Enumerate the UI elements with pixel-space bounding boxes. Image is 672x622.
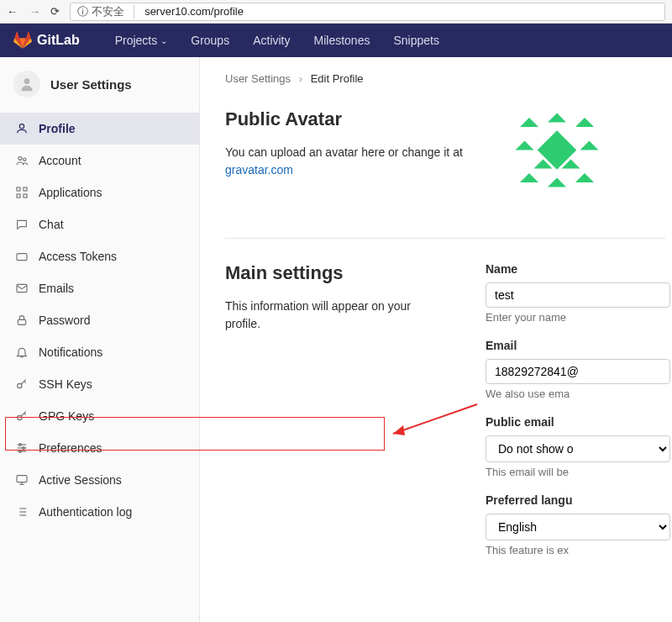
svg-point-1 — [19, 124, 24, 129]
nav-snippets[interactable]: Snippets — [381, 25, 450, 55]
sidebar-item-label: Password — [39, 314, 90, 327]
svg-point-14 — [18, 383, 22, 387]
account-icon — [15, 154, 29, 167]
email-hint: We also use ema — [486, 387, 665, 400]
sidebar-item-label: Chat — [39, 218, 64, 231]
lock-icon — [15, 314, 29, 327]
svg-rect-4 — [17, 187, 20, 191]
public-email-hint: This email will be — [486, 466, 665, 478]
reload-button[interactable]: ⟳ — [50, 5, 60, 18]
sidebar-item-ssh-keys[interactable]: SSH Keys — [0, 368, 199, 400]
svg-rect-5 — [24, 187, 27, 191]
svg-marker-34 — [516, 141, 534, 150]
top-navigation: GitLab Projects⌄ Groups Activity Milesto… — [0, 24, 672, 57]
gitlab-logo[interactable]: GitLab — [13, 31, 80, 50]
nav-projects[interactable]: Projects⌄ — [103, 25, 180, 55]
public-avatar-section: Public Avatar You can upload an avatar h… — [225, 108, 665, 239]
sidebar-item-password[interactable]: Password — [0, 304, 199, 336]
profile-icon — [15, 122, 29, 135]
sidebar-item-label: Applications — [39, 186, 102, 199]
sidebar-item-applications[interactable]: Applications — [0, 177, 199, 208]
svg-rect-22 — [17, 476, 27, 482]
sidebar-item-chat[interactable]: Chat — [0, 208, 199, 240]
svg-point-0 — [24, 78, 30, 84]
sidebar-item-label: Account — [39, 154, 81, 167]
gitlab-icon — [13, 31, 32, 50]
sidebar-item-emails[interactable]: Emails — [0, 272, 199, 304]
monitor-icon — [15, 473, 29, 487]
sidebar-item-active-sessions[interactable]: Active Sessions — [0, 464, 199, 496]
sidebar-item-label: Authentication log — [39, 505, 132, 519]
svg-rect-13 — [18, 319, 25, 324]
main-settings-section: Main settings This information will appe… — [225, 262, 665, 572]
sidebar-item-label: Access Tokens — [39, 250, 117, 263]
language-select[interactable]: English — [486, 514, 670, 540]
address-bar[interactable]: ⓘ 不安全 │ server10.com/profile — [70, 3, 665, 21]
sidebar-item-label: SSH Keys — [39, 377, 92, 391]
email-icon — [15, 282, 29, 295]
email-label: Email — [486, 339, 665, 352]
brand-name: GitLab — [37, 33, 80, 48]
svg-point-15 — [18, 415, 22, 419]
nav-activity[interactable]: Activity — [241, 25, 302, 55]
back-button[interactable]: ← — [7, 5, 18, 18]
sidebar-item-preferences[interactable]: Preferences — [0, 432, 199, 464]
section-description: This information will appear on your pro… — [225, 298, 444, 333]
main-content: User Settings › Edit Profile Public Avat… — [200, 57, 672, 622]
svg-marker-36 — [580, 141, 599, 150]
sidebar-item-label: Emails — [39, 282, 74, 295]
sidebar-item-label: GPG Keys — [39, 409, 94, 423]
nav-milestones[interactable]: Milestones — [302, 25, 382, 55]
url-text: server10.com/profile — [144, 5, 244, 18]
section-description: You can upload an avatar here or change … — [225, 144, 477, 179]
svg-rect-6 — [17, 194, 20, 198]
sidebar-item-notifications[interactable]: Notifications — [0, 336, 199, 368]
svg-marker-31 — [520, 118, 538, 127]
sidebar-item-label: Active Sessions — [39, 473, 122, 487]
key-icon — [15, 409, 29, 423]
gravatar-link[interactable]: gravatar.com — [225, 163, 293, 177]
name-input[interactable] — [486, 282, 670, 308]
sidebar-item-auth-log[interactable]: Authentication log — [0, 496, 199, 528]
sidebar-item-label: Notifications — [39, 345, 102, 359]
sliders-icon — [15, 441, 29, 455]
breadcrumb-current: Edit Profile — [311, 72, 364, 85]
svg-marker-38 — [548, 178, 566, 187]
sidebar-list: Profile Account Applications Chat Access… — [0, 113, 199, 528]
sidebar-item-account[interactable]: Account — [0, 145, 199, 177]
sidebar-item-profile[interactable]: Profile — [0, 113, 199, 145]
forward-button[interactable]: → — [29, 5, 40, 18]
svg-point-3 — [24, 158, 26, 161]
svg-rect-8 — [17, 254, 27, 261]
sidebar-header: User Settings — [0, 57, 199, 113]
person-icon — [18, 76, 35, 92]
chevron-down-icon: ⌄ — [160, 36, 167, 45]
breadcrumb: User Settings › Edit Profile — [225, 72, 665, 85]
nav-groups[interactable]: Groups — [179, 25, 241, 55]
bell-icon — [15, 345, 29, 359]
sidebar-title: User Settings — [50, 77, 132, 92]
token-icon — [15, 250, 29, 263]
public-email-select[interactable]: Do not show o — [486, 435, 670, 462]
breadcrumb-parent[interactable]: User Settings — [225, 72, 291, 85]
avatar — [13, 71, 40, 98]
section-title: Main settings — [225, 262, 444, 284]
name-label: Name — [486, 262, 665, 276]
browser-chrome: ← → ⟳ ⓘ 不安全 │ server10.com/profile — [0, 0, 672, 24]
applications-icon — [15, 186, 29, 199]
sidebar: User Settings Profile Account Applicatio… — [0, 57, 200, 622]
svg-point-2 — [18, 156, 22, 160]
section-title: Public Avatar — [225, 108, 477, 130]
sidebar-item-label: Profile — [39, 122, 76, 135]
language-label: Preferred langu — [486, 493, 665, 507]
public-email-label: Public email — [486, 415, 665, 429]
name-hint: Enter your name — [486, 311, 665, 324]
identicon-avatar — [511, 108, 603, 201]
email-input[interactable] — [486, 359, 670, 384]
sidebar-item-gpg-keys[interactable]: GPG Keys — [0, 400, 199, 432]
sidebar-item-access-tokens[interactable]: Access Tokens — [0, 240, 199, 272]
list-icon — [15, 505, 29, 519]
sidebar-item-label: Preferences — [39, 441, 102, 455]
nav-arrows: ← → — [7, 5, 40, 18]
language-hint: This feature is ex — [486, 544, 665, 556]
